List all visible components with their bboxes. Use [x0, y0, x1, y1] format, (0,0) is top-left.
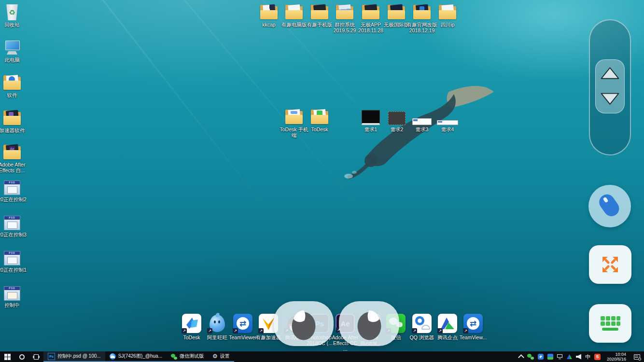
icon-label: 群控系统 2019.5.29 — [331, 22, 359, 33]
folder-icon — [336, 4, 354, 20]
tray-ime-indicator[interactable]: 中 — [585, 353, 590, 361]
desktop-icon-psd-controlling1[interactable]: PSD 20正在控制1 — [0, 248, 29, 273]
virtual-keyboard-button[interactable] — [589, 304, 631, 343]
teamviewer-icon: ⇄ ↗ — [233, 314, 252, 333]
image-thumbnail-icon — [388, 111, 406, 125]
desktop-icon-requirement1[interactable]: 需求1 — [357, 108, 385, 132]
icon-label: 20正在控制2 — [0, 196, 27, 202]
tray-qidian-icon[interactable] — [567, 354, 572, 359]
mouse-right-click-icon — [355, 306, 383, 341]
desktop-icon-requirement3[interactable]: 需求3 — [408, 108, 436, 132]
tray-todesk-icon[interactable] — [538, 354, 544, 360]
search-button[interactable] — [14, 351, 29, 362]
tray-wechat-icon[interactable] — [527, 354, 534, 360]
fullscreen-button[interactable] — [589, 245, 631, 284]
folder-icon — [438, 4, 457, 20]
clock-date: 2020/6/16 — [607, 357, 626, 362]
desktop-icon-quncontrol-system[interactable]: 群控系统 2019.5.29 — [331, 3, 359, 33]
icon-label: 回收站 — [4, 22, 20, 28]
mouse-icon — [591, 187, 629, 226]
shortcut-badge: ↗ — [233, 328, 238, 334]
desktop-icon-qq-browser[interactable]: ↗ QQ 浏览器 — [407, 314, 436, 340]
wechat-icon — [171, 353, 177, 360]
shortcut-badge: ↗ — [437, 328, 443, 334]
task-label: 微信测试版 — [180, 353, 204, 360]
desktop-icon-todesk-app[interactable]: ↗ ToDesk — [177, 314, 206, 340]
desktop-icon-youqu-pc[interactable]: 有趣电脑版 — [280, 3, 308, 28]
tray-sogou-icon[interactable]: S — [594, 354, 601, 360]
desktop-icon-requirement2[interactable]: 需求2 — [383, 108, 411, 132]
icon-label: 软件 — [7, 92, 17, 98]
desktop-icon-aliwangwang[interactable]: ↗ 阿里旺旺 — [203, 314, 232, 340]
folder-icon — [310, 4, 329, 20]
image-thumbnail-icon — [412, 118, 432, 125]
desktop-icon-tencent-qidian[interactable]: ↗ 腾讯企点 — [433, 314, 462, 340]
icon-label: 需求4 — [441, 126, 454, 132]
left-click-button[interactable] — [274, 301, 334, 346]
folder-icon — [285, 109, 303, 125]
desktop-icon-kkcap[interactable]: kkcap — [255, 3, 283, 28]
icon-label: 无极国际版 — [384, 22, 409, 28]
desktop-icon-after-effects-folder[interactable]: Ae Adobe After Effects 自... — [0, 143, 29, 173]
desktop-icon-accelerator-folder[interactable]: 加速器软件 — [0, 109, 29, 133]
computer-icon — [4, 40, 20, 56]
tray-expand-icon[interactable] — [518, 354, 524, 361]
scroll-arrows — [596, 60, 624, 112]
desktop-icon-psd-controlling3[interactable]: PSD 20正在控制3 — [0, 213, 29, 237]
taskbar-task-browser[interactable]: SJ(7426图)_@hua... — [105, 351, 167, 362]
desktop-icon-wuji-app[interactable]: 无极APP 2018.11.28 — [357, 3, 385, 33]
folder-icon — [413, 4, 431, 20]
mouse-left-click-icon — [290, 306, 318, 341]
taskbar-task-wechat-test[interactable]: 微信测试版 — [167, 351, 208, 362]
taskbar: Ps 控制中.psd @ 100... SJ(7426图)_@hua... 微信… — [0, 351, 644, 362]
tray-app-icon[interactable] — [547, 354, 553, 360]
taskbar-clock[interactable]: 10:04 2020/6/16 — [603, 351, 630, 362]
desktop-icon-psd-controlling2[interactable]: PSD 20正在控制2 — [0, 178, 29, 202]
psd-file-icon: PSD — [4, 216, 20, 230]
desktop-icon-recycle-bin[interactable]: ♻ 回收站 — [0, 3, 29, 28]
folder-icon — [310, 109, 329, 125]
icon-label: 此电脑 — [4, 57, 20, 63]
action-center-icon — [634, 354, 640, 360]
shortcut-badge: ↗ — [463, 328, 468, 334]
shortcut-badge: ↗ — [412, 328, 417, 334]
icon-label: Adobe After Effects 自... — [0, 162, 29, 173]
taskbar-task-settings[interactable]: ⚙ 设置 — [208, 351, 234, 362]
desktop-icon-todesk-folder[interactable]: ToDesk — [306, 108, 334, 132]
gear-icon: ⚙ — [212, 353, 218, 359]
folder-icon — [3, 75, 21, 91]
icon-label: 控制中 — [4, 302, 20, 308]
folder-icon — [387, 4, 406, 20]
desktop-icon-this-pc[interactable]: 此电脑 — [0, 38, 29, 63]
clock-time: 10:04 — [615, 352, 626, 357]
right-click-button[interactable] — [339, 301, 399, 346]
remote-desktop-screen: ♻ 回收站 此电脑 软件 加速器软件 Ae Adobe After Effect… — [0, 0, 644, 362]
scroll-thumb[interactable] — [595, 59, 625, 113]
tray-network-icon[interactable] — [557, 354, 563, 359]
task-view-button[interactable] — [29, 351, 43, 362]
icon-label: 腾讯企点 — [437, 334, 458, 340]
image-thumbnail-icon — [362, 110, 380, 125]
aliwangwang-icon: ↗ — [208, 314, 227, 333]
start-button[interactable] — [0, 351, 14, 362]
desktop-icon-psd-controlling[interactable]: PSD 控制中 — [0, 283, 29, 308]
icon-label: 20正在控制3 — [0, 232, 27, 237]
folder-icon — [285, 4, 303, 20]
action-center-button[interactable] — [630, 351, 644, 362]
taskbar-spacer — [234, 351, 516, 362]
folder-icon — [3, 110, 21, 126]
desktop-icon-sichuan-ip[interactable]: 四川ip — [434, 3, 462, 28]
keyboard-icon — [599, 315, 621, 332]
task-label: SJ(7426图)_@hua... — [118, 353, 162, 360]
taskbar-task-photoshop[interactable]: Ps 控制中.psd @ 100... — [43, 351, 105, 362]
desktop-icon-teamviewer-2[interactable]: ⇄ ↗ TeamView... — [459, 314, 488, 340]
desktop-icon-software-folder[interactable]: 软件 — [0, 73, 29, 98]
tray-volume-icon[interactable] — [576, 354, 581, 360]
mouse-mode-button[interactable] — [588, 185, 631, 227]
task-view-icon — [34, 354, 39, 360]
folder-icon: Ae — [3, 144, 21, 160]
desktop-icon-requirement4[interactable]: 需求4 — [434, 108, 462, 132]
scroll-wheel-control[interactable] — [589, 19, 631, 155]
desktop-icon-teamviewer[interactable]: ⇄ ↗ TeamViewer — [228, 314, 257, 340]
desktop-icon-youqu-mobile[interactable]: 有趣手机版 — [306, 3, 334, 28]
